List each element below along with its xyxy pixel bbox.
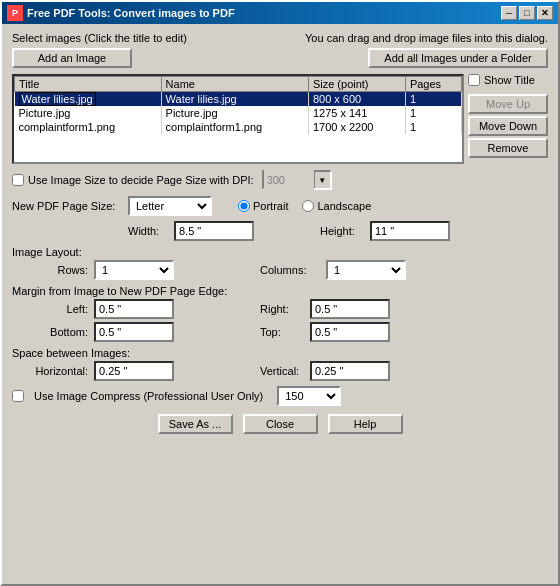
dpi-input <box>264 170 314 190</box>
margin-label: Margin from Image to New PDF Page Edge: <box>12 285 548 297</box>
portrait-option: Portrait <box>238 200 288 212</box>
horizontal-label: Horizontal: <box>28 365 88 377</box>
use-image-size-row: Use Image Size to decide Page Size with … <box>12 170 548 190</box>
landscape-option: Landscape <box>302 200 371 212</box>
table-cell-size: 800 x 600 <box>308 92 405 107</box>
bottom-top-row: Bottom: Top: <box>28 322 548 342</box>
compress-value-select[interactable]: 150100200 <box>279 388 339 404</box>
compress-label: Use Image Compress (Professional User On… <box>34 390 263 402</box>
title-bar: P Free PDF Tools: Convert images to PDF … <box>2 2 558 24</box>
remove-button[interactable]: Remove <box>468 138 548 158</box>
instructions: Select images (Click the title to edit) … <box>12 32 548 44</box>
table-cell-title: Water lilies.jpg <box>15 92 162 107</box>
landscape-radio[interactable] <box>302 200 314 212</box>
move-up-button[interactable]: Move Up <box>468 94 548 114</box>
app-icon: P <box>7 5 23 21</box>
show-title-row: Show Title <box>468 74 548 86</box>
table-row[interactable]: complaintform1.pngcomplaintform1.png1700… <box>15 120 462 134</box>
table-row[interactable]: Picture.jpgPicture.jpg1275 x 1411 <box>15 106 462 120</box>
bottom-input[interactable] <box>94 322 174 342</box>
right-label: Right: <box>260 303 304 315</box>
left-input[interactable] <box>94 299 174 319</box>
move-down-button[interactable]: Move Down <box>468 116 548 136</box>
save-as-button[interactable]: Save As ... <box>158 414 233 434</box>
table-cell-title: complaintform1.png <box>15 120 162 134</box>
table-cell-name: Picture.jpg <box>161 106 308 120</box>
file-table-container[interactable]: Title Name Size (point) Pages Water lili… <box>12 74 464 164</box>
table-cell-pages: 1 <box>405 92 461 107</box>
orientation-group: Portrait Landscape <box>238 200 371 212</box>
rows-label: Rows: <box>28 264 88 276</box>
table-cell-size: 1275 x 141 <box>308 106 405 120</box>
vertical-label: Vertical: <box>260 365 304 377</box>
close-window-button[interactable]: ✕ <box>537 6 553 20</box>
help-button[interactable]: Help <box>328 414 403 434</box>
left-label: Left: <box>28 303 88 315</box>
add-folder-button[interactable]: Add all Images under a Folder <box>368 48 548 68</box>
image-layout-label: Image Layout: <box>12 246 548 258</box>
height-label: Height: <box>320 225 364 237</box>
margin-section: Margin from Image to New PDF Page Edge: … <box>12 285 548 342</box>
compress-row: Use Image Compress (Professional User On… <box>12 386 548 406</box>
col-pages: Pages <box>405 77 461 92</box>
table-cell-name: complaintform1.png <box>161 120 308 134</box>
top-buttons-row: Add an Image Add all Images under a Fold… <box>12 48 548 68</box>
instruction-right: You can drag and drop image files into t… <box>305 32 548 44</box>
use-image-size-label: Use Image Size to decide Page Size with … <box>28 174 254 186</box>
maximize-button[interactable]: □ <box>519 6 535 20</box>
horizontal-input[interactable] <box>94 361 174 381</box>
main-window: P Free PDF Tools: Convert images to PDF … <box>0 0 560 586</box>
page-size-label: New PDF Page Size: <box>12 200 122 212</box>
table-cell-pages: 1 <box>405 106 461 120</box>
content-area: Select images (Click the title to edit) … <box>2 24 558 442</box>
col-size: Size (point) <box>308 77 405 92</box>
show-title-checkbox[interactable] <box>468 74 480 86</box>
portrait-radio[interactable] <box>238 200 250 212</box>
page-size-row: New PDF Page Size: Letter A4 Legal Portr… <box>12 196 548 216</box>
height-input[interactable] <box>370 221 450 241</box>
col-title: Title <box>15 77 162 92</box>
bottom-label: Bottom: <box>28 326 88 338</box>
col-name: Name <box>161 77 308 92</box>
portrait-label: Portrait <box>253 200 288 212</box>
rows-select[interactable]: 123 <box>96 262 172 278</box>
bottom-buttons: Save As ... Close Help <box>12 414 548 434</box>
window-title: Free PDF Tools: Convert images to PDF <box>27 7 235 19</box>
columns-label: Columns: <box>260 264 320 276</box>
table-header-row: Title Name Size (point) Pages <box>15 77 462 92</box>
table-cell-name: Water lilies.jpg <box>161 92 308 107</box>
side-buttons: Show Title Move Up Move Down Remove <box>468 74 548 164</box>
right-input[interactable] <box>310 299 390 319</box>
compress-checkbox[interactable] <box>12 390 24 402</box>
width-label: Width: <box>128 225 168 237</box>
space-section: Space between Images: Horizontal: Vertic… <box>12 347 548 381</box>
table-cell-pages: 1 <box>405 120 461 134</box>
table-cell-size: 1700 x 2200 <box>308 120 405 134</box>
close-button[interactable]: Close <box>243 414 318 434</box>
image-layout-section: Image Layout: Rows: 123 Columns: 123 <box>12 246 548 280</box>
columns-select[interactable]: 123 <box>328 262 404 278</box>
title-controls: ─ □ ✕ <box>501 6 553 20</box>
minimize-button[interactable]: ─ <box>501 6 517 20</box>
landscape-label: Landscape <box>317 200 371 212</box>
file-list-area: Title Name Size (point) Pages Water lili… <box>12 74 548 164</box>
use-image-size-checkbox[interactable] <box>12 174 24 186</box>
top-label: Top: <box>260 326 304 338</box>
show-title-label: Show Title <box>484 74 535 86</box>
top-input[interactable] <box>310 322 390 342</box>
horiz-vert-row: Horizontal: Vertical: <box>28 361 548 381</box>
page-size-select[interactable]: Letter A4 Legal <box>130 198 210 214</box>
vertical-input[interactable] <box>310 361 390 381</box>
add-image-button[interactable]: Add an Image <box>12 48 132 68</box>
file-table: Title Name Size (point) Pages Water lili… <box>14 76 462 134</box>
table-row[interactable]: Water lilies.jpgWater lilies.jpg800 x 60… <box>15 92 462 107</box>
left-right-row: Left: Right: <box>28 299 548 319</box>
space-label: Space between Images: <box>12 347 548 359</box>
table-cell-title: Picture.jpg <box>15 106 162 120</box>
width-height-row: Width: Height: <box>12 221 548 241</box>
dpi-dropdown-arrow: ▼ <box>314 172 330 188</box>
instruction-left: Select images (Click the title to edit) <box>12 32 187 44</box>
rows-cols-row: Rows: 123 Columns: 123 <box>28 260 548 280</box>
width-input[interactable] <box>174 221 254 241</box>
title-bar-left: P Free PDF Tools: Convert images to PDF <box>7 5 235 21</box>
